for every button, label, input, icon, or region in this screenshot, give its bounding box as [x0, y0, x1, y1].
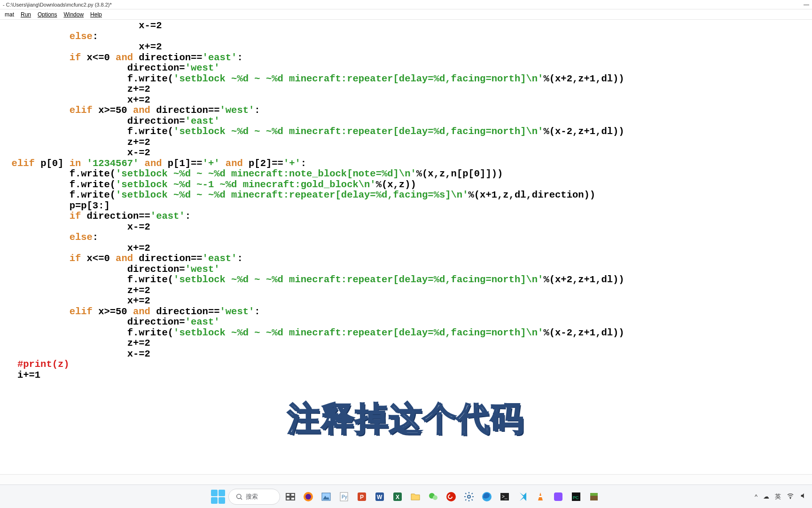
explorer-icon[interactable]: [408, 489, 423, 504]
start-button[interactable]: [211, 489, 226, 504]
firefox-icon[interactable]: [301, 489, 316, 504]
titlebar: - C:\Users\jiang\Downloads\mcfunc2.py (3…: [0, 0, 812, 9]
svg-rect-31: [590, 493, 598, 496]
svg-point-7: [305, 494, 311, 500]
idle-icon[interactable]: Py: [336, 489, 351, 504]
video-caption-overlay: 注释掉这个代码: [288, 397, 524, 441]
wechat-icon[interactable]: [426, 489, 441, 504]
svg-rect-27: [554, 492, 562, 501]
svg-text:Py: Py: [342, 494, 347, 500]
svg-line-1: [241, 498, 242, 500]
menu-window[interactable]: Window: [61, 10, 86, 19]
minimize-button[interactable]: —: [804, 1, 809, 8]
excel-icon[interactable]: X: [390, 489, 405, 504]
edge-icon[interactable]: [479, 489, 494, 504]
svg-point-19: [433, 495, 437, 500]
menu-help[interactable]: Help: [87, 10, 105, 19]
menu-options[interactable]: Options: [35, 10, 60, 19]
volume-icon[interactable]: [800, 492, 807, 501]
status-bar: [0, 474, 812, 484]
netease-music-icon[interactable]: [444, 489, 459, 504]
pycharm-icon[interactable]: PC: [569, 489, 584, 504]
vlc-icon[interactable]: [533, 489, 548, 504]
ime-indicator[interactable]: 英: [775, 492, 781, 501]
menu-run[interactable]: Run: [18, 10, 34, 19]
code-content[interactable]: x-=2 else: x+=2 if x<=0 and direction=='…: [0, 21, 812, 381]
svg-rect-3: [291, 493, 295, 496]
svg-rect-26: [539, 496, 542, 497]
taskbar-search[interactable]: 搜索: [228, 489, 280, 505]
svg-rect-4: [286, 497, 290, 500]
svg-text:P: P: [360, 494, 364, 500]
svg-point-32: [790, 498, 790, 499]
taskbar: 搜索 Py P W X >_ PC ^ ☁ 英: [0, 484, 812, 508]
system-tray: ^ ☁ 英: [755, 492, 807, 501]
svg-text:X: X: [396, 494, 399, 500]
image-app-icon[interactable]: [319, 489, 334, 504]
powerpoint-icon[interactable]: P: [354, 489, 369, 504]
terminal-icon[interactable]: >_: [497, 489, 512, 504]
search-placeholder-text: 搜索: [246, 492, 258, 501]
code-editor[interactable]: x-=2 else: x+=2 if x<=0 and direction=='…: [0, 20, 812, 474]
menubar: mat Run Options Window Help: [0, 9, 812, 20]
svg-rect-5: [291, 497, 295, 500]
menu-format[interactable]: mat: [2, 10, 17, 19]
svg-text:PC: PC: [573, 495, 579, 500]
svg-text:W: W: [377, 494, 383, 500]
minecraft-icon[interactable]: [586, 489, 601, 504]
search-icon: [235, 493, 243, 500]
svg-point-0: [237, 494, 241, 498]
svg-rect-2: [286, 493, 290, 496]
svg-point-21: [468, 495, 470, 498]
app-purple-icon[interactable]: [551, 489, 566, 504]
onedrive-icon[interactable]: ☁: [763, 493, 769, 500]
window-title: - C:\Users\jiang\Downloads\mcfunc2.py (3…: [3, 2, 112, 8]
vscode-icon[interactable]: [515, 489, 530, 504]
tray-expand-icon[interactable]: ^: [755, 493, 757, 500]
taskview-icon[interactable]: [283, 489, 298, 504]
svg-text:>_: >_: [502, 494, 508, 499]
word-icon[interactable]: W: [372, 489, 387, 504]
settings-icon[interactable]: [461, 489, 476, 504]
wifi-icon[interactable]: [787, 492, 794, 501]
